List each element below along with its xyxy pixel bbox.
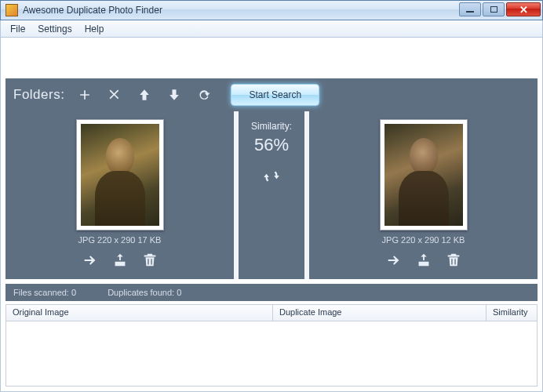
left-delete-button[interactable]	[140, 251, 159, 270]
menu-file[interactable]: File	[4, 22, 31, 36]
app-icon	[5, 4, 18, 16]
folders-label: Folders:	[13, 87, 64, 103]
maximize-button[interactable]	[483, 2, 505, 16]
status-bar: Files scanned: 0 Duplicates found: 0	[5, 284, 538, 301]
similarity-value: 56%	[239, 135, 304, 155]
right-image-panel: JPG220 x 29012 KB	[309, 111, 538, 279]
move-up-button[interactable]	[135, 85, 154, 104]
col-duplicate[interactable]: Duplicate Image	[273, 305, 487, 321]
empty-area	[1, 38, 542, 78]
right-next-button[interactable]	[384, 251, 403, 270]
right-delete-button[interactable]	[444, 251, 463, 270]
left-open-folder-button[interactable]	[111, 251, 129, 270]
left-thumbnail[interactable]	[76, 119, 164, 230]
left-next-button[interactable]	[81, 251, 100, 270]
swap-button[interactable]	[239, 166, 304, 189]
right-image-info: JPG220 x 29012 KB	[382, 235, 465, 245]
add-folder-button[interactable]	[75, 85, 94, 104]
menu-bar: File Settings Help	[0, 20, 543, 38]
remove-folder-button[interactable]	[105, 85, 124, 104]
close-button[interactable]: ✕	[506, 2, 541, 16]
start-search-button[interactable]: Start Search	[231, 84, 319, 106]
left-image-panel: JPG220 x 29017 KB	[5, 111, 234, 279]
right-thumbnail[interactable]	[380, 119, 468, 230]
refresh-button[interactable]	[195, 85, 213, 104]
menu-help[interactable]: Help	[78, 22, 111, 36]
results-header: Original Image Duplicate Image Similarit…	[5, 304, 538, 321]
title-bar: Awesome Duplicate Photo Finder ✕	[0, 0, 543, 20]
col-similarity[interactable]: Similarity	[487, 305, 537, 321]
right-open-folder-button[interactable]	[414, 251, 433, 270]
folders-toolbar: Folders: Start Search	[5, 78, 538, 111]
menu-settings[interactable]: Settings	[31, 22, 78, 36]
col-original[interactable]: Original Image	[6, 305, 273, 321]
similarity-panel: Similarity: 56%	[234, 111, 309, 279]
window-title: Awesome Duplicate Photo Finder	[23, 5, 459, 16]
left-image-info: JPG220 x 29017 KB	[78, 235, 162, 245]
similarity-label: Similarity:	[239, 121, 304, 132]
minimize-button[interactable]	[459, 2, 481, 16]
results-body[interactable]	[5, 321, 538, 387]
move-down-button[interactable]	[165, 85, 184, 104]
